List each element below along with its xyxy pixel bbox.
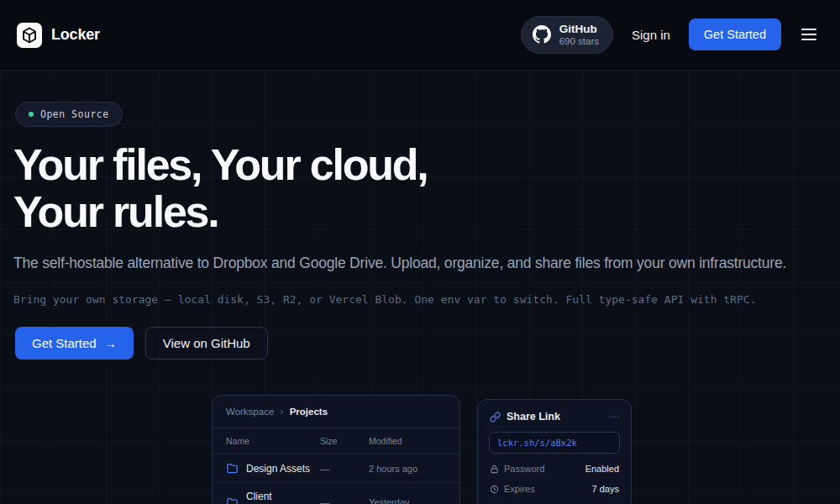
column-size: Size — [320, 436, 369, 446]
file-size: — — [320, 464, 369, 474]
sign-in-link[interactable]: Sign in — [632, 28, 670, 42]
folder-icon — [226, 496, 239, 504]
hero-heading-line2: Your rules. — [13, 187, 218, 236]
table-row[interactable]: Design Assets — 2 hours ago — [213, 454, 459, 483]
brand[interactable]: Locker — [17, 23, 100, 48]
share-expires-row: Expires 7 days — [478, 474, 631, 494]
hero-heading: Your files, Your cloud, Your rules. — [13, 141, 428, 235]
folder-icon — [226, 462, 239, 475]
menu-icon[interactable] — [800, 25, 818, 44]
breadcrumb-projects[interactable]: Projects — [290, 407, 328, 417]
file-size: — — [320, 497, 369, 504]
column-name: Name — [226, 436, 320, 446]
expires-label: Expires — [504, 484, 535, 494]
open-source-badge: Open Source — [15, 102, 123, 127]
badge-label: Open Source — [40, 108, 109, 120]
view-on-github-button[interactable]: View on GitHub — [145, 327, 268, 360]
github-icon — [533, 25, 551, 44]
arrow-right-icon: → — [104, 336, 117, 350]
share-link-card: Share Link ⋯ lckr.sh/s/a8x2k Password En… — [477, 399, 632, 504]
clock-icon — [490, 485, 499, 494]
expires-value: 7 days — [592, 484, 619, 494]
header-get-started-button[interactable]: Get Started — [689, 18, 781, 50]
file-name: Design Assets — [246, 463, 310, 475]
hero-storage-note: Bring your own storage — local disk, S3,… — [13, 293, 756, 306]
more-options-icon[interactable]: ⋯ — [609, 413, 619, 420]
top-navigation: Locker GitHub 690 stars Sign in Get Star… — [0, 0, 840, 71]
share-card-header: Share Link ⋯ — [478, 400, 631, 432]
github-star-count: 690 stars — [559, 36, 599, 47]
file-modified: 2 hours ago — [369, 464, 446, 474]
locker-logo-icon — [17, 23, 42, 48]
password-value: Enabled — [585, 464, 619, 474]
file-browser-card: Workspace › Projects Name Size Modified … — [212, 395, 460, 504]
share-password-row: Password Enabled — [478, 454, 631, 474]
hero-get-started-button[interactable]: Get Started → — [15, 327, 134, 360]
share-card-title: Share Link — [507, 411, 603, 423]
breadcrumb-workspace[interactable]: Workspace — [226, 407, 274, 417]
github-label: GitHub — [559, 23, 599, 36]
link-icon — [490, 412, 501, 423]
chevron-right-icon: › — [280, 407, 283, 416]
file-table-header: Name Size Modified — [213, 428, 459, 454]
file-modified: Yesterday — [369, 497, 446, 504]
header-actions: GitHub 690 stars Sign in Get Started — [521, 16, 818, 54]
breadcrumb: Workspace › Projects — [213, 396, 459, 428]
hero-cta-row: Get Started → View on GitHub — [15, 327, 268, 360]
hero-heading-line1: Your files, Your cloud, — [13, 140, 428, 189]
share-url-value: lckr.sh/s/a8x2k — [497, 438, 577, 448]
hero-get-started-label: Get Started — [32, 336, 97, 350]
brand-name: Locker — [51, 26, 100, 44]
table-row[interactable]: Client Deliverables — Yesterday — [213, 483, 459, 504]
github-stars-button[interactable]: GitHub 690 stars — [521, 16, 613, 54]
file-name: Client Deliverables — [246, 491, 320, 504]
green-dot-icon — [29, 112, 34, 117]
column-modified: Modified — [369, 436, 446, 446]
share-url-field[interactable]: lckr.sh/s/a8x2k — [489, 432, 620, 454]
lock-icon — [490, 465, 499, 474]
password-label: Password — [504, 464, 544, 474]
hero-subtitle: The self-hostable alternative to Dropbox… — [13, 255, 786, 272]
